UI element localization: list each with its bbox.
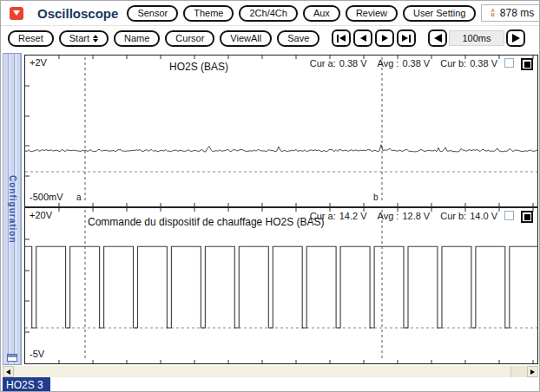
- channel-2-active-checkbox[interactable]: [521, 211, 533, 223]
- skip-end-arrow-icon: [402, 35, 408, 42]
- channel-1-avg-readout: Avg :0.38 V: [378, 58, 431, 69]
- cursor-ab-icon: AB: [491, 9, 494, 17]
- scrollbar-thumb[interactable]: [14, 366, 511, 377]
- channel-mode-button[interactable]: 2Ch/4Ch: [239, 5, 297, 22]
- cursor-button[interactable]: Cursor: [165, 30, 214, 47]
- skip-start-arrow-icon: [339, 35, 346, 42]
- channel-2-waveform: [25, 208, 537, 363]
- skip-end-button[interactable]: [397, 29, 416, 47]
- app-title: Oscilloscope: [37, 6, 118, 21]
- playback-controls: [332, 29, 416, 47]
- svg-text:a: a: [76, 193, 82, 202]
- reset-button[interactable]: Reset: [8, 30, 54, 47]
- aux-button[interactable]: Aux: [303, 5, 340, 22]
- controls-toolbar: Reset Start Name Cursor ViewAll Save 100…: [1, 26, 539, 50]
- cursor-delta-time-display: AB 878 ms: [481, 4, 540, 22]
- channel-2-secondary-checkbox[interactable]: [504, 211, 514, 220]
- skip-end-bar-icon: [409, 35, 411, 42]
- timebase-selector: 100ms: [428, 29, 525, 47]
- step-forward-icon: [382, 35, 388, 42]
- channel-1-active-checkbox[interactable]: [521, 58, 533, 70]
- tab-ho2s3[interactable]: HO2S 3: [3, 377, 50, 392]
- caret-down-icon: [13, 10, 20, 16]
- channel-2-pane: +20V Commande du dispositif de chauffage…: [24, 207, 538, 364]
- channel-1-ymin-label: -500mV: [30, 192, 63, 202]
- svg-text:b: b: [373, 193, 379, 202]
- review-button[interactable]: Review: [346, 5, 398, 22]
- scroll-left-button[interactable]: [3, 366, 14, 377]
- sensor-button[interactable]: Sensor: [127, 5, 178, 22]
- viewall-button[interactable]: ViewAll: [220, 30, 272, 47]
- timebase-increase-button[interactable]: [506, 29, 525, 47]
- configuration-label: Configuration: [8, 175, 17, 244]
- skip-start-button[interactable]: [332, 29, 351, 47]
- channel-2-cursor-b-readout: Cur b:14.0 V: [440, 211, 497, 221]
- scroll-right-button[interactable]: [527, 366, 538, 377]
- step-forward-button[interactable]: [375, 29, 394, 47]
- start-spinner-icon: [93, 35, 98, 42]
- timebase-decrease-icon: [434, 34, 442, 42]
- scrollbar-track[interactable]: [14, 366, 527, 377]
- channel-1-ymax-label: +2V: [30, 57, 47, 68]
- channel-1-title: HO2S (BAS): [95, 61, 303, 73]
- horizontal-scrollbar[interactable]: [3, 366, 538, 377]
- channel-1-cursor-b-readout: Cur b:0.38 V: [440, 58, 497, 69]
- configuration-panel-tab[interactable]: Configuration: [3, 53, 22, 365]
- scroll-right-icon: [530, 369, 535, 375]
- channel-1-secondary-checkbox[interactable]: [504, 58, 514, 68]
- channel-2-ymin-label: -5V: [30, 349, 44, 359]
- channel-1-waveform: ab: [25, 56, 537, 206]
- start-button-label: Start: [69, 33, 89, 43]
- app-dropdown-icon[interactable]: [10, 7, 23, 20]
- scroll-left-icon: [6, 369, 10, 375]
- measure-time-value: 878 ms: [500, 7, 534, 19]
- step-back-icon: [360, 35, 366, 42]
- channel-2-title: Commande du dispositif de chauffage HO2S…: [88, 216, 325, 228]
- channel-1-readouts: Cur a:0.38 V Avg :0.38 V Cur b:0.38 V: [310, 58, 497, 69]
- channel-2-ymax-label: +20V: [30, 210, 52, 220]
- name-button[interactable]: Name: [114, 30, 160, 47]
- skip-start-bar-icon: [337, 35, 339, 42]
- timebase-increase-icon: [512, 34, 520, 42]
- user-setting-button[interactable]: User Setting: [403, 5, 477, 22]
- timebase-value: 100ms: [449, 30, 504, 46]
- step-back-button[interactable]: [353, 29, 372, 47]
- sidebar-grip-icon: [7, 354, 17, 362]
- channel-1-pane: ab +2V HO2S (BAS) Cur a:0.38 V Avg :0.38…: [24, 55, 538, 207]
- channel-2-avg-readout: Avg :12.8 V: [378, 211, 431, 221]
- channel-2-cursor-a-readout: Cur a:14.2 V: [310, 211, 367, 221]
- start-button[interactable]: Start: [59, 30, 109, 47]
- channel-1-cursor-a-readout: Cur a:0.38 V: [310, 58, 367, 69]
- top-toolbar: Oscilloscope Sensor Theme 2Ch/4Ch Aux Re…: [1, 1, 539, 26]
- oscilloscope-window: Oscilloscope Sensor Theme 2Ch/4Ch Aux Re…: [0, 0, 540, 392]
- theme-button[interactable]: Theme: [183, 5, 234, 22]
- timebase-decrease-button[interactable]: [428, 29, 447, 47]
- save-button[interactable]: Save: [277, 30, 319, 47]
- channel-2-readouts: Cur a:14.2 V Avg :12.8 V Cur b:14.0 V: [310, 211, 497, 221]
- scope-area: Configuration ab +2V HO2S (BAS) Cur a:0.…: [1, 53, 540, 392]
